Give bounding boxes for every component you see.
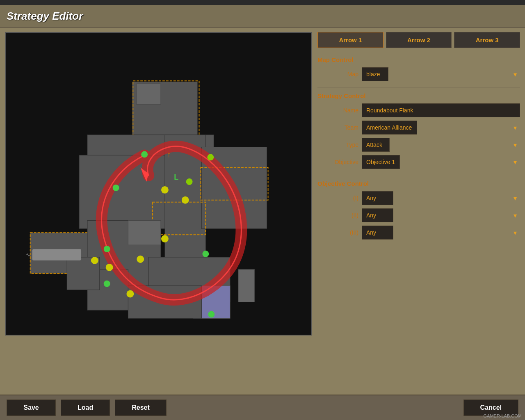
- content-area: ↑ L Arrow 1 Arrow 2 Arrow 3 Map Control: [0, 28, 525, 395]
- obj-iii-select[interactable]: Any Option A Option B: [362, 226, 393, 240]
- top-bar: [0, 0, 525, 5]
- ldot-2[interactable]: [186, 178, 193, 185]
- arrow-buttons-container: Arrow 1 Arrow 2 Arrow 3: [317, 32, 520, 48]
- dot-3[interactable]: [104, 246, 110, 252]
- type-control-row: Type Attack Defend Flank: [317, 138, 520, 152]
- ydot-1[interactable]: [161, 186, 169, 194]
- obj-ii-select-wrapper: Any Option A Option B: [362, 208, 520, 222]
- type-select-wrapper: Attack Defend Flank: [362, 138, 520, 152]
- obj-iii-label: (III): [317, 229, 358, 236]
- save-button[interactable]: Save: [7, 399, 56, 416]
- type-label: Type: [317, 142, 358, 148]
- map-arrow-indicator: ↑: [167, 150, 171, 159]
- divider-2: [317, 175, 520, 175]
- map-section: ↑ L: [5, 32, 312, 390]
- ydot-4[interactable]: [137, 256, 144, 263]
- footer-bar: Save Load Reset Cancel: [0, 395, 525, 420]
- obj-i-select[interactable]: Any Option A Option B: [362, 191, 393, 205]
- obj-ii-label: (II): [317, 212, 358, 219]
- obj-iii-row: (III) Any Option A Option B: [317, 226, 520, 240]
- svg-rect-18: [238, 269, 255, 302]
- svg-rect-19: [128, 221, 161, 245]
- map-control-row: Map blaze dust2 inferno nuke mirage: [317, 67, 520, 81]
- reset-button[interactable]: Reset: [115, 399, 167, 416]
- objective-select[interactable]: Objective 1 Objective 2 Objective 3: [362, 155, 400, 169]
- dot-6[interactable]: [202, 251, 209, 257]
- type-select[interactable]: Attack Defend Flank: [362, 138, 390, 152]
- page-title: Strategy Editor: [7, 10, 518, 23]
- team-select[interactable]: American Alliance Team B Team C: [362, 121, 417, 135]
- dot-1[interactable]: [141, 151, 148, 158]
- objective-control-row: Objective Objective 1 Objective 2 Object…: [317, 155, 520, 169]
- map-control-label: Map Control: [317, 56, 520, 63]
- obj-i-label: (I): [317, 195, 358, 201]
- map-weapon: [32, 249, 81, 260]
- obj-i-select-wrapper: Any Option A Option B: [362, 191, 520, 205]
- ldot-1[interactable]: [207, 154, 214, 160]
- strategy-control-label: Strategy Control: [317, 92, 520, 99]
- map-select[interactable]: blaze dust2 inferno nuke mirage: [362, 67, 388, 81]
- obj-ii-select[interactable]: Any Option A Option B: [362, 208, 393, 222]
- map-canvas[interactable]: ↑ L: [5, 32, 312, 336]
- team-control-row: Team American Alliance Team B Team C: [317, 121, 520, 135]
- obj-ii-row: (II) Any Option A Option B: [317, 208, 520, 222]
- map-l-marker: L: [174, 173, 178, 181]
- dot-2[interactable]: [113, 185, 119, 191]
- map-label: Map: [317, 71, 358, 78]
- team-select-wrapper: American Alliance Team B Team C: [362, 121, 520, 135]
- map-svg: ↑ L: [6, 33, 311, 335]
- name-label: Name: [317, 107, 358, 114]
- arrow-3-button[interactable]: Arrow 3: [454, 32, 520, 48]
- ydot-7[interactable]: [91, 257, 98, 264]
- right-panel: Arrow 1 Arrow 2 Arrow 3 Map Control Map …: [317, 32, 520, 390]
- load-button[interactable]: Load: [61, 399, 110, 416]
- name-input[interactable]: [362, 103, 520, 117]
- arrow-1-button[interactable]: Arrow 1: [317, 32, 383, 48]
- obj-iii-select-wrapper: Any Option A Option B: [362, 226, 520, 240]
- map-select-wrapper: blaze dust2 inferno nuke mirage: [362, 67, 520, 81]
- svg-rect-2: [136, 84, 161, 104]
- name-control-row: Name: [317, 103, 520, 117]
- objective-label: Objective: [317, 159, 358, 165]
- arrow-2-button[interactable]: Arrow 2: [386, 32, 452, 48]
- objective-select-wrapper: Objective 1 Objective 2 Objective 3: [362, 155, 520, 169]
- objective-control-label: Objective Control: [317, 180, 520, 187]
- divider-1: [317, 87, 520, 87]
- watermark: GAMER-LAB.COM: [483, 413, 522, 418]
- title-bar: Strategy Editor: [0, 5, 525, 28]
- main-container: Strategy Editor: [0, 5, 525, 420]
- ydot-2[interactable]: [182, 196, 189, 204]
- ydot-6[interactable]: [106, 264, 113, 271]
- team-label: Team: [317, 124, 358, 131]
- ydot-3[interactable]: [161, 235, 169, 242]
- dot-5[interactable]: [208, 311, 215, 317]
- ydot-5[interactable]: [126, 290, 134, 298]
- dot-4[interactable]: [104, 281, 110, 287]
- obj-i-row: (I) Any Option A Option B: [317, 191, 520, 205]
